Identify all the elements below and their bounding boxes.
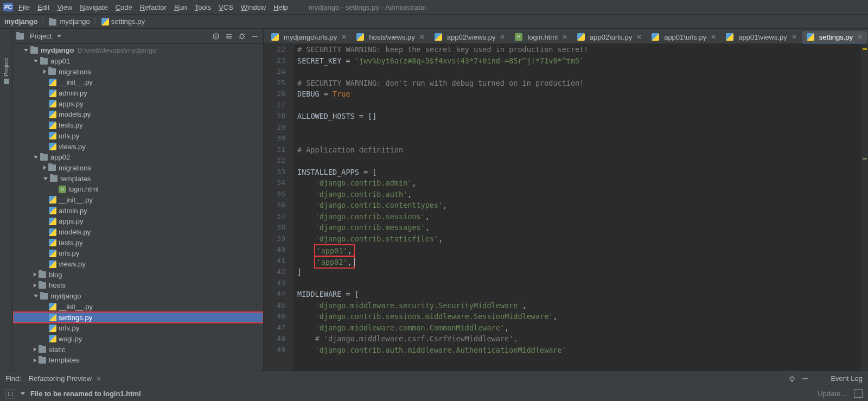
menu-tools[interactable]: Tools	[195, 3, 211, 11]
editor-tab-hosts-views-py[interactable]: hosts\views.py✕	[352, 30, 429, 43]
error-stripe[interactable]	[860, 44, 868, 371]
menu-file[interactable]: File	[18, 3, 30, 11]
tree-node-models-py[interactable]: models.py	[13, 227, 263, 238]
line-number[interactable]: 47	[264, 323, 294, 335]
line-number-gutter[interactable]: 2223242526272829303132333435363738394041…	[264, 44, 294, 371]
code-line[interactable]: # Application definition	[297, 145, 868, 157]
line-number[interactable]: 34	[264, 179, 294, 190]
line-number[interactable]: 23	[264, 56, 294, 68]
tree-node-tests-py[interactable]: tests.py	[13, 120, 263, 131]
code-line[interactable]: DEBUG = True	[297, 90, 868, 101]
line-number[interactable]: 44	[264, 290, 294, 301]
chevron-down-icon[interactable]	[21, 392, 25, 395]
line-number[interactable]: 48	[264, 334, 294, 346]
find-toolwindow-button[interactable]: Find:	[5, 374, 21, 383]
update-hint[interactable]: Update...	[818, 390, 846, 398]
code-line[interactable]: SECRET_KEY = 'jwv%byt6a(z#8q+5$f4xvs(43*…	[297, 56, 868, 68]
line-number[interactable]: 22	[264, 45, 294, 56]
menu-edit[interactable]: Edit	[37, 3, 49, 11]
tree-node-models-py[interactable]: models.py	[13, 109, 263, 120]
code-line[interactable]: 'django.contrib.admin',	[297, 179, 868, 190]
close-icon[interactable]: ✕	[857, 33, 863, 41]
close-icon[interactable]: ✕	[562, 33, 567, 41]
tree-node-urls-py[interactable]: urls.py	[13, 248, 263, 259]
editor-tab-app01-views-py[interactable]: app01\views.py✕	[722, 30, 801, 43]
code-line[interactable]: ]	[297, 268, 868, 279]
code-line[interactable]: 'django.contrib.sessions',	[297, 212, 868, 224]
editor-tab-settings-py[interactable]: settings.py✕	[802, 31, 867, 44]
gear-icon[interactable]	[788, 375, 796, 383]
tree-node-migrations[interactable]: migrations	[13, 163, 263, 174]
menu-vcs[interactable]: VCS	[219, 3, 233, 11]
tree-node-apps-py[interactable]: apps.py	[13, 98, 263, 109]
code-line[interactable]: 'django.contrib.sessions.middleware.Sess…	[297, 312, 868, 323]
close-icon[interactable]: ✕	[711, 33, 716, 41]
code-line[interactable]: 'django.contrib.messages',	[297, 223, 868, 234]
code-line[interactable]	[297, 134, 868, 145]
tree-node-views-py[interactable]: views.py	[13, 259, 263, 270]
code-line[interactable]: ALLOWED_HOSTS = []	[297, 112, 868, 123]
tree-node-hosts[interactable]: hosts	[13, 280, 263, 291]
tree-node-admin-py[interactable]: admin.py	[13, 88, 263, 99]
tree-node-login-html[interactable]: Hlogin.html	[13, 184, 263, 195]
tree-node-urls-py[interactable]: urls.py	[13, 131, 263, 142]
line-number[interactable]: 31	[264, 145, 294, 157]
code-line[interactable]: # 'django.middleware.csrf.CsrfViewMiddle…	[297, 334, 868, 346]
tree-node-urls-py[interactable]: urls.py	[13, 323, 263, 334]
tree-node-static[interactable]: static	[13, 344, 263, 355]
line-number[interactable]: 24	[264, 67, 294, 79]
line-number[interactable]: 28	[264, 112, 294, 123]
code-editor[interactable]: # SECURITY WARNING: keep the secret key …	[294, 44, 868, 371]
line-number[interactable]: 43	[264, 279, 294, 290]
breadcrumb-root[interactable]: mydjango	[4, 17, 37, 26]
code-line[interactable]: 'django.contrib.contenttypes',	[297, 201, 868, 212]
code-line[interactable]	[297, 123, 868, 135]
menu-code[interactable]: Code	[116, 3, 132, 11]
tree-node---init---py[interactable]: __init__.py	[13, 195, 263, 206]
menu-window[interactable]: Window	[241, 3, 266, 11]
editor-tab-login-html[interactable]: Hlogin.html✕	[510, 30, 572, 43]
line-number[interactable]: 30	[264, 134, 294, 145]
line-number[interactable]: 37	[264, 212, 294, 224]
close-icon[interactable]: ✕	[96, 375, 101, 383]
tree-node-apps-py[interactable]: apps.py	[13, 216, 263, 227]
close-icon[interactable]: ✕	[636, 33, 642, 41]
tree-node-mydjango[interactable]: mydjango	[13, 291, 263, 302]
tree-node-migrations[interactable]: migrations	[13, 66, 263, 77]
code-line[interactable]: 'app02',	[297, 257, 868, 268]
line-number[interactable]: 29	[264, 123, 294, 135]
close-icon[interactable]: ✕	[792, 33, 797, 41]
code-line[interactable]: INSTALLED_APPS = [	[297, 168, 868, 179]
code-line[interactable]: 'django.middleware.common.CommonMiddlewa…	[297, 323, 868, 335]
tree-node-tests-py[interactable]: tests.py	[13, 237, 263, 248]
line-number[interactable]: 35	[264, 190, 294, 201]
structure-icon[interactable]	[4, 79, 9, 84]
menu-refactor[interactable]: Refactor	[140, 3, 167, 11]
line-number[interactable]: 45	[264, 301, 294, 313]
line-number[interactable]: 40	[264, 245, 294, 257]
line-number[interactable]: 42	[264, 268, 294, 279]
collapse-all-icon[interactable]	[224, 31, 234, 41]
tree-node-templates[interactable]: templates	[13, 355, 263, 366]
code-line[interactable]: # SECURITY WARNING: keep the secret key …	[297, 45, 868, 56]
breadcrumb-folder[interactable]: mydjango	[49, 17, 90, 26]
line-number[interactable]: 33	[264, 168, 294, 179]
locate-icon[interactable]	[211, 31, 221, 41]
line-number[interactable]: 39	[264, 234, 294, 246]
editor-tab-mydjango-urls-py[interactable]: mydjango\urls.py✕	[267, 30, 351, 43]
line-number[interactable]: 27	[264, 101, 294, 112]
line-number[interactable]: 26	[264, 90, 294, 101]
line-number[interactable]: 25	[264, 79, 294, 90]
hide-icon[interactable]	[801, 375, 809, 383]
line-number[interactable]: 49	[264, 346, 294, 357]
code-line[interactable]: 'django.middleware.security.SecurityMidd…	[297, 301, 868, 313]
code-line[interactable]: 'django.contrib.auth.middleware.Authenti…	[297, 346, 868, 357]
code-line[interactable]: 'app01',	[297, 245, 868, 257]
tree-node---init---py[interactable]: __init__.py	[13, 302, 263, 313]
toolwindow-quick-access-button[interactable]	[5, 389, 15, 399]
tree-node-templates[interactable]: templates	[13, 173, 263, 184]
line-number[interactable]: 36	[264, 201, 294, 212]
code-line[interactable]	[297, 279, 868, 290]
project-view-selector[interactable]: Project	[16, 32, 208, 40]
tree-node-mydjango[interactable]: mydjangoD:\web\devops\mydjango	[13, 45, 263, 56]
